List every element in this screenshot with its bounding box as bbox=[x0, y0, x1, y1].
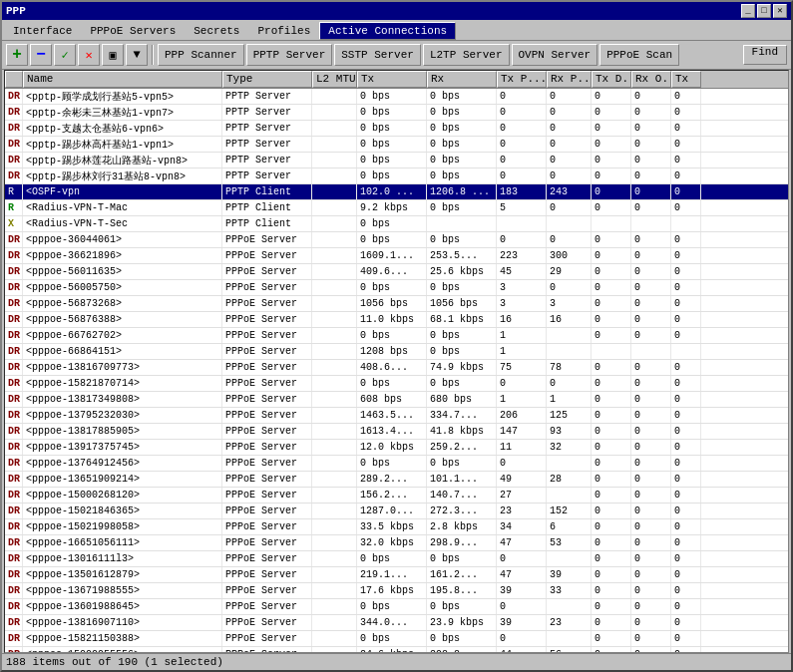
col-header-l2mtu[interactable]: L2 MTU bbox=[312, 71, 357, 88]
row-cell: 0 bbox=[671, 519, 701, 534]
row-cell: 0 bbox=[671, 89, 701, 104]
row-cell: 6 bbox=[547, 519, 592, 534]
row-cell bbox=[312, 89, 357, 104]
table-row[interactable]: DR<pppoe-66762702>PPPoE Server0 bps0 bps… bbox=[5, 328, 788, 344]
row-flag: DR bbox=[5, 121, 23, 136]
table-row[interactable]: DR<pppoe-16651056111>PPPoE Server32.0 kb… bbox=[5, 535, 788, 551]
check-button[interactable]: ✓ bbox=[54, 44, 76, 66]
table-row[interactable]: DR<pptp-踢步林莲花山路基站-vpn8>PPTP Server0 bps0… bbox=[5, 153, 788, 168]
table-row[interactable]: DR<pppoe-66864151>PPPoE Server1208 bps0 … bbox=[5, 344, 788, 360]
remove-button[interactable]: − bbox=[30, 44, 52, 66]
table-row[interactable]: DR<pppoe-13817349808>PPPoE Server608 bps… bbox=[5, 392, 788, 408]
table-row[interactable]: DR<pppoe-56005750>PPPoE Server0 bps0 bps… bbox=[5, 280, 788, 296]
table-row[interactable]: DR<pppoe-36621896>PPPoE Server1609.1...2… bbox=[5, 248, 788, 264]
col-header-type[interactable]: Type bbox=[222, 71, 312, 88]
maximize-button[interactable]: □ bbox=[757, 4, 771, 18]
table-row[interactable]: DR<pppoe-56873268>PPPoE Server1056 bps10… bbox=[5, 296, 788, 312]
copy-button[interactable]: ▣ bbox=[102, 44, 124, 66]
table-row[interactable]: DR<pppoe-15821150388>PPPoE Server0 bps0 … bbox=[5, 631, 788, 647]
row-cell: 0 bps bbox=[357, 551, 427, 566]
col-header-tx[interactable]: Tx bbox=[357, 71, 427, 88]
row-cell: 0 bps bbox=[357, 89, 427, 104]
menu-profiles[interactable]: Profiles bbox=[248, 22, 319, 40]
table-row[interactable]: DR<pppoe-56011635>PPPoE Server409.6...25… bbox=[5, 264, 788, 280]
row-cell: 408.6... bbox=[357, 360, 427, 375]
menu-interface[interactable]: Interface bbox=[4, 22, 81, 40]
row-cell: 259.2... bbox=[427, 440, 497, 455]
row-cell: 0 bbox=[592, 535, 631, 550]
pptp-server-button[interactable]: PPTP Server bbox=[246, 44, 333, 66]
row-cell: 253.5... bbox=[427, 248, 497, 263]
table-row[interactable]: DR<pppoe-13817885905>PPPoE Server1613.4.… bbox=[5, 424, 788, 440]
menu-active-connections[interactable]: Active Connections bbox=[319, 22, 456, 40]
table-row[interactable]: R<OSPF-vpnPPTP Client102.0 ...1206.8 ...… bbox=[5, 184, 788, 200]
row-cell: 16 bbox=[547, 312, 592, 327]
row-cell: PPPoE Server bbox=[222, 615, 312, 630]
table-row[interactable]: DR<pptp-踢步林刘行31基站8-vpn8>PPTP Server0 bps… bbox=[5, 168, 788, 184]
col-header-txp[interactable]: Tx P... bbox=[497, 71, 547, 88]
table-row[interactable]: DR<pppoe-13816907110>PPPoE Server344.0..… bbox=[5, 615, 788, 631]
pppoe-scan-button[interactable]: PPPoE Scan bbox=[599, 44, 679, 66]
row-cell bbox=[312, 440, 357, 455]
cross-button[interactable]: ✕ bbox=[78, 44, 100, 66]
col-header-rx[interactable]: Rx bbox=[427, 71, 497, 88]
row-cell: 0 bbox=[592, 184, 631, 199]
close-button[interactable]: ✕ bbox=[773, 4, 787, 18]
table-row[interactable]: DR<pppoe-13917375745>PPPoE Server12.0 kb… bbox=[5, 440, 788, 456]
table-row[interactable]: DR<pppoe-13651909214>PPPoE Server289.2..… bbox=[5, 472, 788, 488]
table-row[interactable]: DR<pptp-支越太仓基站6-vpn6>PPTP Server0 bps0 b… bbox=[5, 121, 788, 137]
row-cell: 0 bbox=[671, 456, 701, 471]
row-cell: PPPoE Server bbox=[222, 599, 312, 614]
l2tp-server-button[interactable]: L2TP Server bbox=[423, 44, 510, 66]
row-name: <pppoe-36621896> bbox=[23, 248, 222, 263]
row-cell: 0 bps bbox=[427, 121, 497, 136]
row-cell: 0 bps bbox=[427, 168, 497, 183]
find-button[interactable]: Find bbox=[743, 45, 787, 65]
table-row[interactable]: DR<pppoe-15000268120>PPPoE Server156.2..… bbox=[5, 488, 788, 504]
add-button[interactable]: + bbox=[6, 44, 28, 66]
menu-secrets[interactable]: Secrets bbox=[185, 22, 248, 40]
table-row[interactable]: DR<pppoe-36044061>PPPoE Server0 bps0 bps… bbox=[5, 232, 788, 248]
table-row[interactable]: DR<pppoe-15021846365>PPPoE Server1287.0.… bbox=[5, 504, 788, 519]
row-cell bbox=[312, 344, 357, 359]
table-row[interactable]: DR<pppoe-13764912456>PPPoE Server0 bps0 … bbox=[5, 456, 788, 472]
ppp-scanner-button[interactable]: PPP Scanner bbox=[158, 44, 244, 66]
table-row[interactable]: DR<pptp-顾学成划行基站5-vpn5>PPTP Server0 bps0 … bbox=[5, 89, 788, 105]
row-cell: 75 bbox=[497, 360, 547, 375]
table-row[interactable]: DR<pppoe-15021998058>PPPoE Server33.5 kb… bbox=[5, 519, 788, 535]
table-row[interactable]: DR<pppoe-13601988645>PPPoE Server0 bps0 … bbox=[5, 599, 788, 615]
row-cell: 53 bbox=[547, 535, 592, 550]
row-cell bbox=[312, 551, 357, 566]
col-header-rxp[interactable]: Rx P... bbox=[547, 71, 592, 88]
minimize-button[interactable]: _ bbox=[741, 4, 755, 18]
table-row[interactable]: R<Radius-VPN-T-MacPPTP Client9.2 kbps0 b… bbox=[5, 200, 788, 216]
menu-pppoe-servers[interactable]: PPPoE Servers bbox=[81, 22, 185, 40]
table-row[interactable]: DR<pppoe-56876388>PPPoE Server11.0 kbps6… bbox=[5, 312, 788, 328]
table-row[interactable]: DR<pptp-余彬未三林基站1-vpn7>PPTP Server0 bps0 … bbox=[5, 105, 788, 121]
table-row[interactable]: DR<pptp-踢步林高杆基站1-vpn1>PPTP Server0 bps0 … bbox=[5, 137, 788, 153]
row-cell: 3 bbox=[547, 296, 592, 311]
ovpn-server-button[interactable]: OVPN Server bbox=[512, 44, 598, 66]
table-row[interactable]: DR<pppoe-13795232030>PPPoE Server1463.5.… bbox=[5, 408, 788, 424]
table-row[interactable]: DR<pppoe-13016111l3>PPPoE Server0 bps0 b… bbox=[5, 551, 788, 567]
row-cell bbox=[547, 599, 592, 614]
row-cell: 17.6 kbps bbox=[357, 583, 427, 598]
filter-button[interactable]: ▼ bbox=[126, 44, 148, 66]
table-row[interactable]: DR<pppoe-15000955556>PPPoE Server24.6 kb… bbox=[5, 647, 788, 652]
col-header-name[interactable]: Name bbox=[23, 71, 222, 88]
row-cell: 0 bps bbox=[427, 153, 497, 168]
row-cell: 39 bbox=[547, 567, 592, 582]
row-cell bbox=[631, 216, 671, 231]
table-body[interactable]: DR<pptp-顾学成划行基站5-vpn5>PPTP Server0 bps0 … bbox=[5, 89, 788, 652]
row-cell: 0 bbox=[671, 424, 701, 439]
table-row[interactable]: DR<pppoe-13671988555>PPPoE Server17.6 kb… bbox=[5, 583, 788, 599]
sstp-server-button[interactable]: SSTP Server bbox=[334, 44, 421, 66]
table-row[interactable]: DR<pppoe-13816709773>PPPoE Server408.6..… bbox=[5, 360, 788, 376]
table-row[interactable]: X<Radius-VPN-T-SecPPTP Client0 bps bbox=[5, 216, 788, 232]
table-row[interactable]: DR<pppoe-13501612879>PPPoE Server219.1..… bbox=[5, 567, 788, 583]
col-header-rxo[interactable]: Rx O... bbox=[631, 71, 671, 88]
table-row[interactable]: DR<pppoe-15821870714>PPPoE Server0 bps0 … bbox=[5, 376, 788, 392]
col-header-tx2[interactable]: Tx bbox=[671, 71, 701, 88]
col-header-txd[interactable]: Tx D... bbox=[592, 71, 631, 88]
row-cell: 93 bbox=[547, 424, 592, 439]
